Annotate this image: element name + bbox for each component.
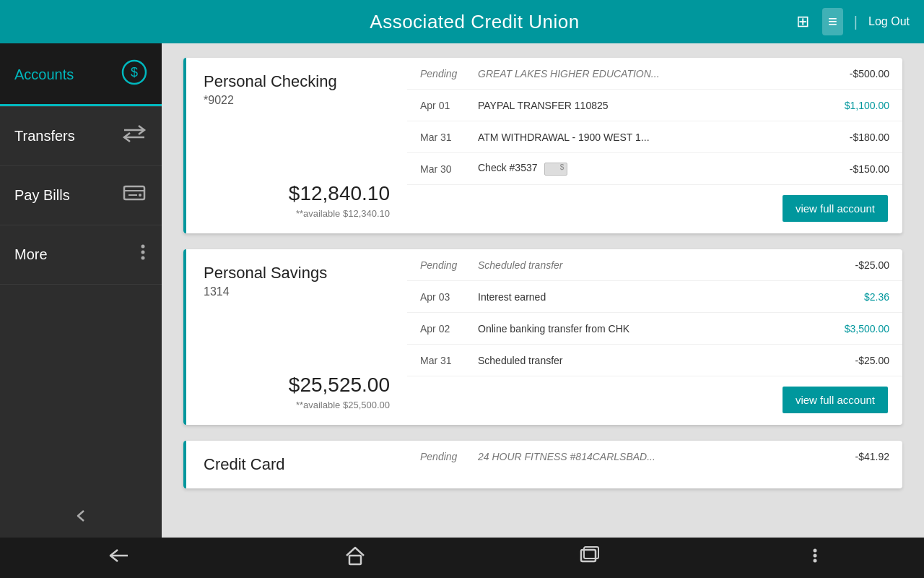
table-row: Apr 02 Online banking transfer from CHK … [407,313,902,345]
checking-account-number: *9022 [204,94,390,107]
list-view-button[interactable]: ≡ [822,8,843,35]
sidebar: Accounts $ Transfers Pay Bills [0,43,162,538]
check-icon [544,163,567,176]
tx-amount: -$41.92 [832,451,889,462]
toolbar-controls: ⊞ ≡ | Log Out [790,8,910,35]
sidebar-paybills-label: Pay Bills [14,187,70,204]
svg-point-8 [141,245,145,249]
back-button[interactable] [92,540,147,577]
table-row: Apr 03 Interest earned $2.36 [407,281,902,313]
creditcard-account-right: Pending 24 HOUR FITNESS #814CARLSBAD... … [407,441,902,488]
more-options-button[interactable] [798,540,832,577]
svg-rect-12 [349,556,361,564]
topbar: Associated Credit Union ⊞ ≡ | Log Out [0,0,924,43]
recent-button[interactable] [564,540,614,577]
creditcard-account-row: Credit Card Pending 24 HOUR FITNESS #814… [183,441,902,488]
table-row: Mar 30 Check #3537 -$150.00 [407,153,902,185]
tx-date: Pending [420,451,471,462]
svg-rect-4 [124,186,144,199]
table-row: Pending GREAT LAKES HIGHER EDUCATION... … [407,58,902,90]
table-row: Mar 31 ATM WITHDRAWAL - 1900 WEST 1... -… [407,121,902,153]
tx-amount: $3,500.00 [832,323,889,335]
table-row: Apr 01 PAYPAL TRANSFER 110825 $1,100.00 [407,90,902,121]
savings-account-number: 1314 [204,285,390,298]
tx-desc: 24 HOUR FITNESS #814CARLSBAD... [471,451,832,462]
sidebar-more-label: More [14,246,48,263]
creditcard-account-left: Credit Card [183,441,407,488]
tx-date: Apr 03 [420,291,471,303]
savings-account-left: Personal Savings 1314 $25,525.00 **avail… [183,249,407,425]
tx-desc: GREAT LAKES HIGHER EDUCATION... [471,68,832,79]
sidebar-accounts-label: Accounts [14,66,74,83]
logout-button[interactable]: Log Out [868,15,910,28]
tx-date: Apr 01 [420,100,471,111]
svg-point-9 [141,251,145,254]
tx-desc: Interest earned [471,291,832,303]
tx-amount: -$25.00 [832,259,889,271]
svg-point-15 [814,548,817,552]
main-layout: Accounts $ Transfers Pay Bills [0,43,924,538]
svg-point-10 [141,256,145,260]
svg-text:$: $ [131,65,138,79]
tx-desc: ATM WITHDRAWAL - 1900 WEST 1... [471,131,832,143]
savings-account-right: Pending Scheduled transfer -$25.00 Apr 0… [407,249,902,425]
tx-desc: Scheduled transfer [471,259,832,271]
savings-account-available: **available $25,500.00 [204,400,390,410]
app-title: Associated Credit Union [159,11,790,33]
tx-amount: -$25.00 [832,355,889,366]
tx-date: Apr 02 [420,323,471,335]
savings-account-row: Personal Savings 1314 $25,525.00 **avail… [183,249,902,425]
grid-view-button[interactable]: ⊞ [790,8,815,35]
tx-date: Pending [420,259,471,271]
table-row: Pending 24 HOUR FITNESS #814CARLSBAD... … [407,441,902,473]
home-button[interactable] [330,540,380,577]
checking-account-available: **available $12,340.10 [204,208,390,219]
tx-date: Mar 31 [420,355,471,366]
checking-account-left: Personal Checking *9022 $12,840.10 **ava… [183,58,407,233]
checking-account-right: Pending GREAT LAKES HIGHER EDUCATION... … [407,58,902,233]
table-row: Pending Scheduled transfer -$25.00 [407,249,902,281]
sidebar-item-more[interactable]: More [0,225,162,285]
tx-date: Mar 31 [420,131,471,143]
sidebar-item-transfers[interactable]: Transfers [0,107,162,166]
tx-desc: PAYPAL TRANSFER 110825 [471,100,832,111]
paybills-icon [121,182,147,209]
tx-amount: $2.36 [832,291,889,303]
content-area: Personal Checking *9022 $12,840.10 **ava… [162,43,924,538]
tx-amount: $1,100.00 [832,100,889,111]
toolbar-divider: | [854,14,858,30]
bottom-nav [0,538,924,578]
tx-date: Mar 30 [420,163,471,175]
tx-desc: Online banking transfer from CHK [471,323,832,335]
checking-view-full-button[interactable]: view full account [783,195,888,222]
checking-account-balance: $12,840.10 [204,182,390,205]
svg-point-16 [814,553,817,557]
sidebar-collapse-button[interactable] [0,494,162,538]
sidebar-item-accounts[interactable]: Accounts $ [0,43,162,107]
table-row: Mar 31 Scheduled transfer -$25.00 [407,345,902,376]
tx-desc: Check #3537 [471,162,832,175]
tx-amount: -$150.00 [832,163,889,175]
accounts-icon: $ [121,59,147,90]
tx-desc: Scheduled transfer [471,355,832,366]
creditcard-account-name: Credit Card [204,455,390,474]
tx-amount: -$180.00 [832,131,889,143]
tx-date: Pending [420,68,471,79]
savings-account-name: Personal Savings [204,264,390,282]
more-icon [139,241,147,268]
svg-point-17 [814,558,817,562]
savings-view-full-button[interactable]: view full account [783,387,888,413]
sidebar-item-paybills[interactable]: Pay Bills [0,166,162,225]
tx-amount: -$500.00 [832,68,889,79]
transfers-icon [121,123,147,150]
checking-account-row: Personal Checking *9022 $12,840.10 **ava… [183,58,902,233]
checking-account-name: Personal Checking [204,72,390,91]
savings-account-balance: $25,525.00 [204,374,390,397]
sidebar-transfers-label: Transfers [14,128,75,144]
